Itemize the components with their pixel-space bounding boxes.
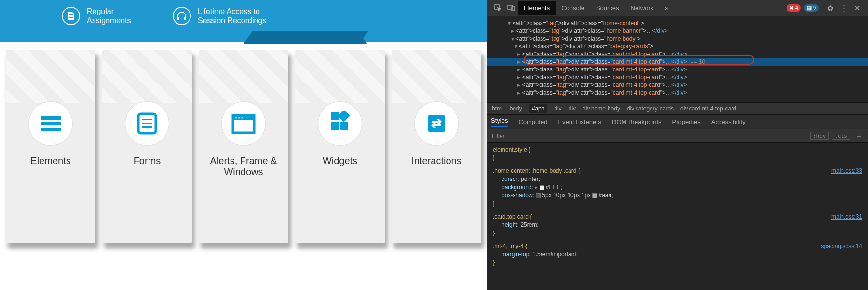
warning-count-badge[interactable]: ▦ 9 (804, 4, 819, 12)
cls-toggle[interactable]: .cls (832, 132, 851, 140)
source-link[interactable]: _spacing.scss:14 (818, 242, 862, 250)
crumb[interactable]: div.home-body (583, 105, 620, 112)
card-label: Alerts, Frame & Windows (199, 155, 288, 178)
tabs-overflow[interactable]: » (659, 1, 674, 15)
crumb[interactable]: div (554, 105, 561, 112)
svg-rect-18 (428, 115, 445, 132)
css-rule[interactable]: .mt-4, .my-4 {_spacing.scss:14margin-top… (493, 242, 862, 267)
crumb[interactable]: html (492, 105, 503, 112)
source-link[interactable]: main.css:31 (831, 213, 862, 221)
kebab-menu-icon[interactable]: ⋮ (840, 4, 848, 13)
svg-rect-3 (41, 122, 61, 125)
filter-input[interactable]: Filter (492, 133, 505, 139)
tab-network[interactable]: Network (625, 1, 660, 15)
card-alerts[interactable]: Alerts, Frame & Windows (199, 50, 288, 243)
crumb[interactable]: div.category-cards (627, 105, 674, 112)
card-forms[interactable]: Forms (102, 50, 192, 243)
device-toggle-icon[interactable] (507, 4, 515, 13)
form-icon (125, 101, 169, 146)
css-rule[interactable]: .home-content .home-body .card {main.css… (493, 167, 862, 208)
css-rule[interactable]: element.style {} (493, 146, 862, 162)
svg-rect-8 (142, 126, 152, 128)
crumb[interactable]: body (510, 105, 522, 112)
highlight-ring (524, 55, 754, 65)
svg-rect-16 (331, 112, 339, 120)
category-cards: Elements Forms Alerts, Frame & Windows (0, 42, 487, 251)
menu-icon (28, 101, 73, 146)
tab-sources[interactable]: Sources (590, 1, 625, 15)
dom-node[interactable]: ▸ <attr">class="tag">div attr">class="ca… (487, 81, 868, 89)
styles-tab[interactable]: DOM Breakpoints (612, 118, 662, 125)
card-interactions[interactable]: Interactions (392, 50, 481, 243)
source-link[interactable]: main.css:33 (831, 167, 862, 175)
styles-tab[interactable]: Computed (518, 118, 547, 125)
new-style-rule-button[interactable]: ＋ (855, 130, 863, 141)
banner-chevron-decoration (248, 31, 364, 44)
svg-point-13 (241, 117, 243, 118)
tab-console[interactable]: Console (556, 1, 590, 15)
svg-rect-1 (184, 17, 186, 20)
svg-rect-14 (331, 122, 339, 130)
card-label: Interactions (392, 155, 481, 166)
card-label: Widgets (295, 155, 385, 166)
document-icon (62, 7, 80, 25)
styles-filter-row: Filter :hov .cls ＋ (487, 129, 868, 143)
feature-recordings: Lifetime Access toSession Recordings (173, 7, 266, 25)
devtools-toolbar: Elements Console Sources Network » ✖ 4 ▦… (487, 0, 868, 16)
style-rules[interactable]: element.style {}.home-content .home-body… (487, 143, 868, 290)
feature-assignments: RegularAssignments (62, 7, 131, 25)
dom-node[interactable]: ▾ <attr">class="tag">div attr">class="ho… (487, 35, 868, 42)
card-label: Elements (6, 155, 95, 166)
card-elements[interactable]: Elements (6, 50, 95, 243)
svg-rect-7 (142, 123, 152, 124)
devtools-pane: Elements Console Sources Network » ✖ 4 ▦… (487, 0, 868, 290)
svg-point-11 (235, 117, 237, 118)
feature-label: Lifetime Access toSession Recordings (198, 7, 266, 25)
svg-rect-0 (177, 17, 179, 20)
close-icon[interactable]: ✕ (853, 4, 862, 13)
css-rule[interactable]: .card.top-card {main.css:31height: 25rem… (493, 213, 862, 237)
dom-node[interactable]: ▾ <attr">class="tag">div attr">class="ca… (487, 42, 868, 50)
dom-node[interactable]: ▸ <attr">class="tag">div attr">class="ho… (487, 27, 868, 35)
crumb[interactable]: #app (529, 104, 548, 113)
window-icon (221, 101, 266, 146)
webpage-pane: RegularAssignments Lifetime Access toSes… (0, 0, 487, 290)
crumb[interactable]: div (569, 105, 576, 112)
styles-tab[interactable]: Event Listeners (558, 118, 601, 125)
inspect-icon[interactable] (493, 4, 502, 13)
card-widgets[interactable]: Widgets (295, 50, 385, 243)
swap-icon (414, 101, 459, 146)
gear-icon[interactable]: ✿ (826, 4, 835, 13)
dom-node[interactable]: ▸ <attr">class="tag">div attr">class="ca… (487, 66, 868, 73)
svg-rect-6 (142, 119, 152, 120)
svg-rect-21 (512, 7, 515, 11)
crumb[interactable]: div.card.mt-4.top-card (680, 105, 736, 112)
dom-node[interactable]: ▾ <attr">class="tag">div attr">class="ho… (487, 19, 868, 27)
widgets-icon (318, 101, 362, 146)
tab-elements[interactable]: Elements (518, 1, 556, 15)
breadcrumb[interactable]: htmlbody#appdivdivdiv.home-bodydiv.categ… (487, 102, 868, 115)
headphones-icon (173, 7, 191, 25)
svg-rect-4 (41, 128, 61, 131)
dom-node[interactable]: ▸ <attr">class="tag">div attr">class="ca… (487, 89, 868, 97)
svg-rect-2 (41, 116, 61, 120)
svg-rect-15 (340, 122, 348, 130)
styles-tab[interactable]: Properties (672, 118, 701, 125)
home-banner: RegularAssignments Lifetime Access toSes… (0, 0, 487, 42)
hov-toggle[interactable]: :hov (810, 132, 829, 140)
styles-tab[interactable]: Styles (491, 117, 508, 127)
error-count-badge[interactable]: ✖ 4 (787, 4, 801, 12)
styles-tab[interactable]: Accessibility (711, 118, 746, 125)
dom-node[interactable]: ▸ <attr">class="tag">div attr">class="ca… (487, 73, 868, 81)
styles-sidebar-tabs: StylesComputedEvent ListenersDOM Breakpo… (487, 115, 868, 129)
feature-label: RegularAssignments (87, 7, 131, 25)
svg-rect-17 (338, 111, 350, 122)
svg-point-12 (238, 117, 240, 118)
card-label: Forms (102, 155, 192, 166)
